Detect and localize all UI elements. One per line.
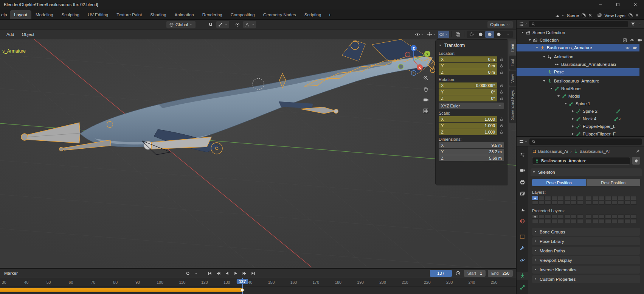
layer-cell[interactable] [611, 196, 618, 200]
outliner-row-rootbone[interactable]: RootBone [517, 85, 644, 92]
workspace-tab-scripting[interactable]: Scripting [300, 10, 326, 19]
lock-open-icon[interactable] [499, 117, 504, 121]
layer-cell[interactable] [618, 196, 624, 200]
scene-selector[interactable]: Scene [555, 13, 593, 18]
transform-panel-header[interactable]: Transform [439, 42, 504, 49]
overlays-dropdown[interactable] [438, 31, 449, 38]
xray-toggle[interactable] [454, 31, 462, 38]
timeline-track-area[interactable] [0, 287, 516, 294]
proportional-editing-toggle[interactable] [234, 21, 241, 28]
layer-cell[interactable] [577, 215, 583, 219]
falloff-dropdown[interactable] [243, 21, 256, 28]
checkbox-toggle-icon[interactable] [622, 38, 627, 43]
outliner-row-model[interactable]: Model [517, 92, 644, 100]
properties-tab-scene[interactable] [517, 205, 528, 213]
maximize-button[interactable] [609, 0, 627, 9]
panel-inverse-kinematics[interactable]: Inverse Kinematics [532, 266, 640, 274]
sidebar-tab-tool[interactable]: Tool [509, 56, 516, 70]
layer-cell[interactable] [538, 215, 545, 219]
layer-cell[interactable] [577, 196, 583, 200]
layer-cell[interactable] [545, 201, 551, 205]
outliner-row-scene-collection[interactable]: Scene Collection [517, 29, 644, 36]
layer-cell[interactable] [611, 201, 618, 205]
gizmos-dropdown[interactable] [426, 31, 437, 38]
layer-cell[interactable] [564, 201, 570, 205]
shading-dropdown[interactable] [503, 31, 512, 38]
field-rotation-x[interactable]: X-0.000009° [439, 82, 497, 89]
new-view-layer-icon[interactable] [628, 13, 633, 18]
disclosure-triangle-open[interactable] [543, 55, 546, 59]
lock-open-icon[interactable] [499, 90, 504, 94]
field-rotation-z[interactable]: Z0° [439, 95, 497, 101]
ortho-toggle-button[interactable] [422, 107, 430, 115]
outliner-row-fupperflipper-l[interactable]: FUpperFlipper_L [517, 123, 644, 130]
layer-cell[interactable] [558, 196, 564, 200]
minimize-button[interactable] [592, 0, 609, 9]
lock-open-icon[interactable] [499, 70, 504, 75]
workspace-tab-texture-paint[interactable]: Texture Paint [112, 10, 146, 19]
lock-open-icon[interactable] [499, 64, 504, 68]
layer-cell[interactable] [564, 219, 570, 223]
marker-menu[interactable]: Marker [0, 271, 22, 275]
outliner-row-spine-2[interactable]: Spine 2 [517, 107, 644, 115]
outliner-row-basilosaurus-armature[interactable]: Basilosaurus_Armature [517, 44, 639, 51]
camera-view-button[interactable] [422, 96, 430, 104]
layer-cell[interactable] [624, 219, 630, 223]
lock-open-icon[interactable] [499, 83, 504, 88]
layer-cell[interactable] [592, 196, 598, 200]
layer-cell[interactable] [571, 196, 577, 200]
layer-cell[interactable] [631, 201, 637, 205]
outliner-row-spine-1[interactable]: Spine 1 [517, 100, 644, 107]
lock-open-icon[interactable] [499, 123, 504, 128]
outliner-row-collection[interactable]: Collection [517, 36, 644, 44]
outliner-display-mode-dropdown[interactable] [519, 20, 528, 28]
layer-cell[interactable] [558, 215, 564, 219]
sidebar-tab-item[interactable]: Item [509, 40, 516, 55]
layer-cell[interactable] [577, 219, 583, 223]
layer-cell[interactable] [605, 219, 611, 223]
sidebar-tab-screencast-keys[interactable]: Screencast Keys [509, 87, 516, 123]
panel-motion-paths[interactable]: Motion Paths [532, 247, 640, 255]
field-location-z[interactable]: Z0 m [439, 69, 497, 75]
navigation-gizmo[interactable]: Z Y X [396, 42, 431, 79]
play-reverse-button[interactable] [223, 270, 231, 277]
camera-toggle-icon[interactable] [637, 38, 642, 43]
properties-search-input[interactable] [529, 138, 642, 145]
unlink-scene-icon[interactable] [588, 13, 593, 18]
disclosure-triangle-closed[interactable] [571, 110, 575, 113]
disclosure-triangle-open[interactable] [543, 79, 546, 83]
layer-cell[interactable] [586, 219, 592, 223]
layer-cell[interactable] [545, 219, 551, 223]
properties-tab-output[interactable] [517, 178, 528, 186]
workspace-tab-modeling[interactable]: Modeling [31, 10, 57, 19]
fake-user-button[interactable] [632, 157, 640, 165]
layer-cell[interactable] [599, 201, 605, 205]
transform-orientation-dropdown[interactable]: Global [166, 21, 196, 28]
workspace-tab-sculpting[interactable]: Sculpting [57, 10, 84, 19]
filter-button[interactable] [629, 20, 637, 28]
properties-tab-physics[interactable] [517, 256, 528, 264]
layer-cell[interactable] [618, 215, 624, 219]
next-keyframe-button[interactable] [241, 270, 248, 277]
shading-rendered-button[interactable] [494, 31, 503, 38]
sidebar-tab-view[interactable]: View [509, 71, 516, 86]
layer-cell[interactable] [631, 196, 637, 200]
layer-cell[interactable] [599, 196, 605, 200]
remove-view-layer-icon[interactable] [635, 13, 639, 18]
layer-cell[interactable] [532, 219, 538, 223]
rest-position-button[interactable]: Rest Position [587, 179, 641, 186]
layer-cell[interactable] [551, 201, 557, 205]
start-frame-field[interactable]: Start 1 [464, 270, 486, 277]
panel-bone-groups[interactable]: Bone Groups [532, 228, 640, 236]
layer-cell[interactable] [538, 201, 545, 205]
new-workspace-button[interactable]: + [325, 10, 334, 19]
workspace-tab-compositing[interactable]: Compositing [227, 10, 259, 19]
field-scale-z[interactable]: Z1.000 [439, 129, 497, 135]
shading-solid-button[interactable] [476, 31, 485, 38]
view-layer-selector[interactable]: View Layer [597, 13, 639, 18]
layer-cell[interactable] [532, 201, 538, 205]
layer-cell[interactable] [551, 215, 557, 219]
layer-cell[interactable] [624, 196, 630, 200]
bone-toggle-icon[interactable]: 2 [614, 117, 621, 121]
jump-to-end-button[interactable] [249, 270, 257, 277]
